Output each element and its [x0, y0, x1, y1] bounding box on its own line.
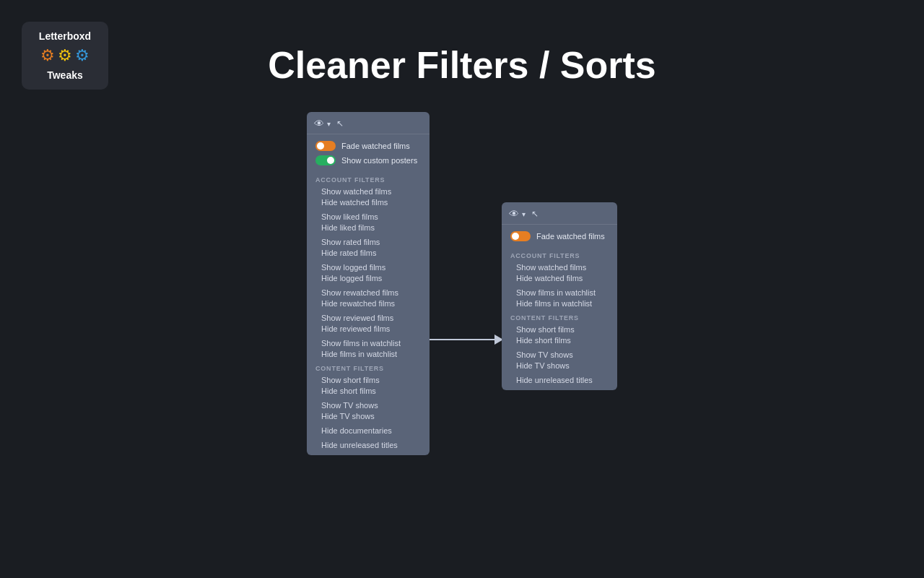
- right-panel-header: 👁 ▾ ↖: [502, 202, 617, 225]
- content-filters-header-right: CONTENT FILTERS: [502, 309, 617, 324]
- content-filters-header-left: CONTENT FILTERS: [307, 359, 430, 374]
- list-item[interactable]: Hide short films: [307, 385, 430, 396]
- list-item[interactable]: Hide watched films: [307, 197, 430, 207]
- list-item[interactable]: Show watched films: [307, 186, 430, 197]
- list-item[interactable]: Show TV shows: [307, 400, 430, 410]
- left-panel: 👁 ▾ ↖ Fade watched films Show custom pos…: [307, 112, 430, 455]
- toggle-fade-watched-right[interactable]: [510, 231, 531, 241]
- list-item[interactable]: Hide films in watchlist: [502, 298, 617, 309]
- list-item[interactable]: Show short films: [502, 324, 617, 335]
- toggle-row-posters[interactable]: Show custom posters: [307, 153, 430, 168]
- logo-name: Letterboxd: [30, 30, 100, 42]
- list-item[interactable]: Show liked films: [307, 211, 430, 222]
- account-filters-header-right: ACCOUNT FILTERS: [502, 246, 617, 262]
- list-item[interactable]: Show films in watchlist: [307, 337, 430, 348]
- list-item[interactable]: Hide rewatched films: [307, 298, 430, 309]
- list-item[interactable]: Show short films: [307, 374, 430, 385]
- list-item[interactable]: Hide liked films: [307, 222, 430, 233]
- right-panel: 👁 ▾ ↖ Fade watched films ACCOUNT FILTERS…: [502, 202, 617, 390]
- arrow-line: [430, 339, 494, 340]
- cursor-icon-right: ↖: [531, 209, 539, 219]
- list-item[interactable]: Hide watched films: [502, 272, 617, 283]
- toggle-fade-watched[interactable]: [315, 141, 336, 151]
- dropdown-arrow-left: ▾: [327, 120, 331, 128]
- list-item[interactable]: Hide short films: [502, 335, 617, 345]
- list-item[interactable]: Show TV shows: [502, 349, 617, 360]
- toggle-fade-label-right: Fade watched films: [536, 232, 605, 241]
- list-item[interactable]: Hide TV shows: [307, 410, 430, 421]
- toggle-fade-label: Fade watched films: [341, 142, 410, 150]
- page-title: Cleaner Filters / Sorts: [0, 43, 924, 87]
- toggle-row-fade-right[interactable]: Fade watched films: [502, 229, 617, 243]
- left-panel-header: 👁 ▾ ↖: [307, 112, 430, 134]
- eye-icon-right: 👁: [509, 208, 519, 220]
- list-item[interactable]: Hide TV shows: [502, 360, 617, 371]
- list-item[interactable]: Show films in watchlist: [502, 287, 617, 298]
- eye-icon-left: 👁: [314, 118, 324, 129]
- account-filters-header-left: ACCOUNT FILTERS: [307, 171, 430, 186]
- cursor-icon-left: ↖: [336, 118, 344, 129]
- list-item[interactable]: Hide films in watchlist: [307, 348, 430, 359]
- list-item[interactable]: Hide documentaries: [307, 425, 430, 436]
- list-item[interactable]: Hide unreleased titles: [502, 374, 617, 390]
- list-item[interactable]: Hide unreleased titles: [307, 439, 430, 455]
- list-item[interactable]: Show rewatched films: [307, 287, 430, 298]
- list-item[interactable]: Hide rated films: [307, 247, 430, 258]
- toggle-show-posters[interactable]: [315, 155, 336, 165]
- list-item[interactable]: Show logged films: [307, 262, 430, 272]
- list-item[interactable]: Hide reviewed films: [307, 323, 430, 334]
- list-item[interactable]: Show reviewed films: [307, 312, 430, 323]
- dropdown-arrow-right: ▾: [522, 210, 526, 218]
- list-item[interactable]: Show rated films: [307, 236, 430, 247]
- arrow: [430, 332, 509, 347]
- list-item[interactable]: Hide logged films: [307, 272, 430, 283]
- toggle-posters-label: Show custom posters: [341, 156, 417, 165]
- toggle-row-fade[interactable]: Fade watched films: [307, 139, 430, 153]
- list-item[interactable]: Show watched films: [502, 262, 617, 272]
